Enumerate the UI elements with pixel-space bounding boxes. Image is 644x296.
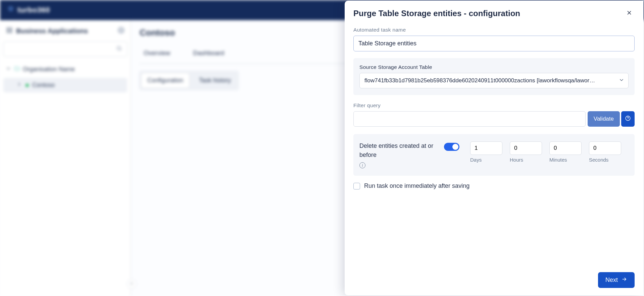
brand-text: turbo360 (17, 6, 50, 14)
filter-query-row: Validate (353, 111, 635, 127)
svg-point-5 (120, 30, 122, 31)
chevron-down-icon (5, 66, 11, 73)
svg-rect-1 (7, 28, 9, 30)
sidebar-search[interactable] (3, 41, 127, 57)
tab-overview[interactable]: Overview (142, 44, 171, 64)
run-once-row: Run task once immediately after saving (353, 182, 635, 189)
subtab-task-history[interactable]: Task history (193, 73, 237, 88)
panel-title: Purge Table Storage entities - configura… (353, 9, 520, 18)
run-once-label: Run task once immediately after saving (364, 182, 469, 189)
next-button-label: Next (605, 277, 618, 284)
seconds-label: Seconds (589, 157, 621, 163)
info-icon[interactable]: i (359, 162, 365, 168)
filter-query-input[interactable] (353, 111, 586, 127)
hours-input[interactable] (510, 141, 542, 155)
panel-body: Automated task name Source Storage Accou… (353, 27, 635, 269)
delete-before-block: Delete entities created at or before i D… (353, 134, 635, 176)
tree-child-row[interactable]: Contoso (3, 78, 127, 92)
search-icon (116, 45, 122, 53)
next-button[interactable]: Next (598, 272, 635, 288)
filter-help-button[interactable] (621, 111, 635, 127)
svg-point-6 (117, 46, 121, 50)
sidebar-title: Business Applications (16, 27, 88, 35)
sidebar-tree: Organisation Name Contoso (3, 64, 127, 92)
tree-child-label: Contoso (32, 82, 55, 89)
apps-icon (6, 27, 13, 35)
delete-before-label: Delete entities created at or before (359, 141, 437, 160)
sidebar-title-row: Business Applications (3, 25, 127, 37)
validate-button-label: Validate (594, 116, 614, 122)
svg-point-8 (628, 119, 628, 120)
folder-icon (14, 66, 20, 73)
task-name-label: Automated task name (353, 27, 635, 33)
subtab-configuration[interactable]: Configuration (141, 73, 190, 88)
delete-before-toggle[interactable] (444, 143, 459, 151)
brand-logo-icon (7, 6, 14, 14)
svg-rect-2 (10, 28, 12, 30)
sidebar-collapse-button[interactable] (127, 279, 136, 289)
delete-before-label-wrap: Delete entities created at or before i (359, 141, 437, 168)
close-icon (626, 9, 633, 18)
run-once-checkbox[interactable] (353, 183, 360, 189)
status-dot-icon (26, 84, 29, 87)
task-name-input[interactable] (353, 36, 635, 51)
sidebar: Business Applications Org (0, 20, 131, 296)
minutes-input[interactable] (549, 141, 582, 155)
svg-rect-3 (7, 31, 9, 33)
chevron-left-icon (129, 281, 134, 287)
source-table-value: flow741fb33b1d7981b25eb598376dde60202409… (359, 73, 629, 88)
help-icon (625, 115, 631, 123)
source-table-label: Source Storage Account Table (359, 64, 629, 70)
arrow-right-icon (621, 276, 627, 284)
source-table-select[interactable]: flow741fb33b1d7981b25eb598376dde60202409… (359, 73, 629, 88)
svg-rect-4 (10, 31, 12, 33)
config-panel: Purge Table Storage entities - configura… (345, 1, 643, 295)
brand: turbo360 (7, 6, 50, 14)
panel-header: Purge Table Storage entities - configura… (353, 8, 635, 19)
days-input[interactable] (470, 141, 502, 155)
seconds-input[interactable] (589, 141, 621, 155)
filter-query-label: Filter query (353, 102, 635, 109)
panel-footer: Next (353, 269, 635, 288)
chevron-right-icon (16, 81, 22, 89)
sub-tabs: Configuration Task history (139, 71, 239, 90)
minutes-label: Minutes (549, 157, 582, 163)
validate-button[interactable]: Validate (588, 111, 620, 127)
gear-icon[interactable] (118, 27, 125, 35)
tab-dashboard[interactable]: Dashboard (192, 44, 226, 64)
duration-group: Days Hours Minutes Seconds (470, 141, 621, 163)
source-table-block: Source Storage Account Table flow741fb33… (353, 58, 635, 95)
tree-org-label: Organisation Name (23, 66, 75, 73)
close-button[interactable] (624, 8, 635, 19)
hours-label: Hours (510, 157, 542, 163)
tree-org-row[interactable]: Organisation Name (3, 64, 127, 75)
days-label: Days (470, 157, 502, 163)
